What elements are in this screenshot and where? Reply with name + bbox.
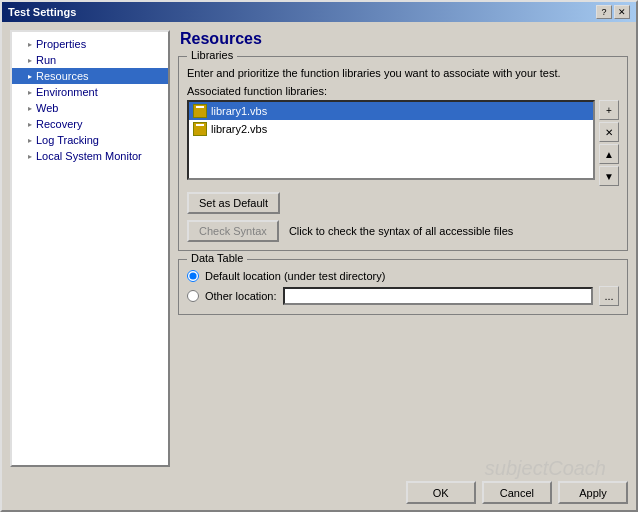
sidebar-item-resources[interactable]: Resources xyxy=(12,68,168,84)
other-location-row: Other location: ... xyxy=(187,286,619,306)
other-location-radio[interactable] xyxy=(187,290,199,302)
list-controls-row: library1.vbs library2.vbs + ✕ ▲ ▼ xyxy=(187,100,619,186)
data-table-group-content: Default location (under test directory) … xyxy=(187,270,619,306)
list-action-buttons: + ✕ ▲ ▼ xyxy=(599,100,619,186)
sidebar-item-web[interactable]: Web xyxy=(12,100,168,116)
move-down-button[interactable]: ▼ xyxy=(599,166,619,186)
library-item-name: library1.vbs xyxy=(211,105,267,117)
browse-button[interactable]: ... xyxy=(599,286,619,306)
main-panel: Resources Libraries Enter and prioritize… xyxy=(178,30,628,467)
sidebar-item-recovery-label: Recovery xyxy=(36,118,82,130)
check-syntax-button[interactable]: Check Syntax xyxy=(187,220,279,242)
sidebar-item-properties[interactable]: Properties xyxy=(12,36,168,52)
sidebar-item-local-system-monitor[interactable]: Local System Monitor xyxy=(12,148,168,164)
default-location-radio[interactable] xyxy=(187,270,199,282)
close-button[interactable]: ✕ xyxy=(614,5,630,19)
ok-button[interactable]: OK xyxy=(406,481,476,504)
title-bar-controls: ? ✕ xyxy=(596,5,630,19)
main-window: Test Settings ? ✕ Properties Run Resourc… xyxy=(0,0,638,512)
panel-title: Resources xyxy=(178,30,628,48)
remove-library-button[interactable]: ✕ xyxy=(599,122,619,142)
help-button[interactable]: ? xyxy=(596,5,612,19)
sidebar-item-run-label: Run xyxy=(36,54,56,66)
sidebar-item-environment-label: Environment xyxy=(36,86,98,98)
library-file-icon xyxy=(193,122,207,136)
check-syntax-message: Click to check the syntax of all accessi… xyxy=(289,225,513,237)
associated-label: Associated function libraries: xyxy=(187,85,619,97)
sidebar-item-recovery[interactable]: Recovery xyxy=(12,116,168,132)
libraries-group-title: Libraries xyxy=(187,49,237,61)
sidebar: Properties Run Resources Environment Web… xyxy=(10,30,170,467)
sidebar-item-log-tracking[interactable]: Log Tracking xyxy=(12,132,168,148)
libraries-group-content: Enter and prioritize the function librar… xyxy=(187,67,619,242)
footer: OK Cancel Apply xyxy=(2,475,636,510)
other-location-label: Other location: xyxy=(205,290,277,302)
window-content: Properties Run Resources Environment Web… xyxy=(2,22,636,475)
default-location-label: Default location (under test directory) xyxy=(205,270,385,282)
list-item[interactable]: library2.vbs xyxy=(189,120,593,138)
library-file-icon xyxy=(193,104,207,118)
other-location-input[interactable] xyxy=(283,287,593,305)
title-bar: Test Settings ? ✕ xyxy=(2,2,636,22)
sidebar-item-resources-label: Resources xyxy=(36,70,89,82)
default-location-row: Default location (under test directory) xyxy=(187,270,619,282)
cancel-button[interactable]: Cancel xyxy=(482,481,552,504)
sidebar-item-local-system-monitor-label: Local System Monitor xyxy=(36,150,142,162)
library-buttons-row: Set as Default xyxy=(187,192,619,214)
apply-button[interactable]: Apply xyxy=(558,481,628,504)
sidebar-item-environment[interactable]: Environment xyxy=(12,84,168,100)
check-syntax-row: Check Syntax Click to check the syntax o… xyxy=(187,220,619,242)
sidebar-item-web-label: Web xyxy=(36,102,58,114)
library-list[interactable]: library1.vbs library2.vbs xyxy=(187,100,595,180)
list-item[interactable]: library1.vbs xyxy=(189,102,593,120)
sidebar-item-log-tracking-label: Log Tracking xyxy=(36,134,99,146)
libraries-group: Libraries Enter and prioritize the funct… xyxy=(178,56,628,251)
library-item-name: library2.vbs xyxy=(211,123,267,135)
move-up-button[interactable]: ▲ xyxy=(599,144,619,164)
libraries-description: Enter and prioritize the function librar… xyxy=(187,67,619,79)
sidebar-item-run[interactable]: Run xyxy=(12,52,168,68)
window-title: Test Settings xyxy=(8,6,76,18)
sidebar-item-properties-label: Properties xyxy=(36,38,86,50)
data-table-group: Data Table Default location (under test … xyxy=(178,259,628,315)
data-table-group-title: Data Table xyxy=(187,252,247,264)
set-default-button[interactable]: Set as Default xyxy=(187,192,280,214)
add-library-button[interactable]: + xyxy=(599,100,619,120)
